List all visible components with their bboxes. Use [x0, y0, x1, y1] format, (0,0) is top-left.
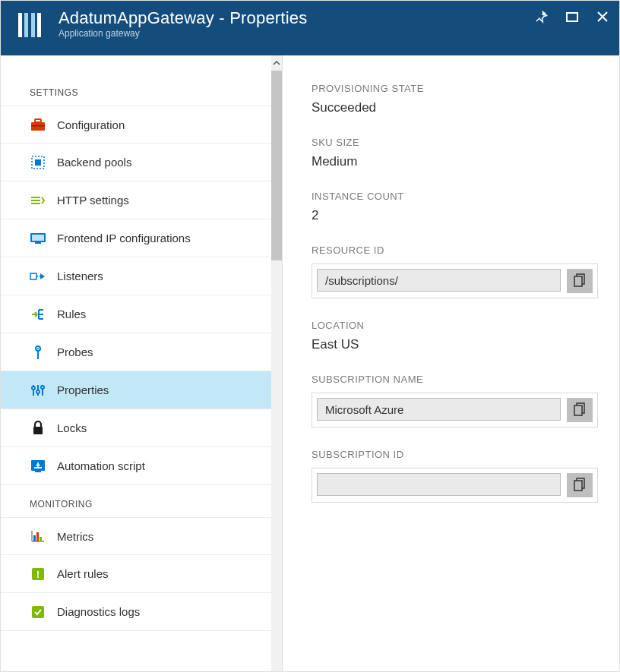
sidebar-item-label: Metrics: [57, 530, 93, 543]
pin-icon[interactable]: [534, 10, 548, 24]
sidebar-item-alert-rules[interactable]: ! Alert rules: [1, 555, 282, 593]
properties-icon: [30, 382, 46, 399]
label-location: LOCATION: [312, 320, 598, 331]
svg-rect-9: [35, 119, 41, 122]
sidebar-item-configuration[interactable]: Configuration: [1, 106, 282, 144]
scroll-thumb[interactable]: [271, 71, 282, 260]
label-subscription-name: SUBSCRIPTION NAME: [312, 374, 598, 385]
copy-icon: [574, 478, 586, 494]
listener-icon: [30, 268, 46, 285]
sidebar-item-rules[interactable]: Rules: [1, 295, 282, 333]
sidebar-item-metrics[interactable]: Metrics: [1, 517, 282, 555]
sidebar-item-properties[interactable]: Properties: [1, 371, 282, 409]
resource-id-row: [312, 263, 598, 298]
svg-point-25: [41, 386, 44, 389]
subscription-id-row: [312, 468, 598, 503]
subscription-name-row: [312, 393, 598, 427]
sidebar-scrollbar[interactable]: [271, 55, 282, 671]
svg-point-4: [542, 12, 546, 16]
label-sku-size: SKU SIZE: [312, 137, 598, 148]
svg-text:!: !: [36, 569, 40, 580]
sidebar-item-label: Listeners: [57, 270, 103, 282]
sidebar-item-label: Frontend IP configurations: [57, 232, 191, 245]
sidebar-item-label: Rules: [57, 308, 86, 320]
svg-rect-0: [18, 13, 22, 37]
properties-detail-pane: PROVISIONING STATE Succeeded SKU SIZE Me…: [283, 55, 619, 671]
svg-rect-32: [33, 535, 36, 541]
maximize-icon[interactable]: [566, 11, 578, 23]
svg-rect-33: [36, 532, 39, 541]
sidebar-item-automation-script[interactable]: Automation script: [1, 447, 282, 485]
sidebar-item-diagnostics-logs[interactable]: Diagnostics logs: [1, 593, 282, 631]
svg-rect-39: [574, 276, 582, 286]
scroll-up-icon[interactable]: [271, 55, 282, 71]
value-sku-size: Medium: [312, 154, 598, 169]
svg-rect-2: [31, 13, 35, 37]
diag-icon: [30, 604, 46, 620]
probe-icon: [30, 344, 46, 361]
value-instance-count: 2: [312, 208, 598, 223]
svg-rect-14: [32, 235, 44, 241]
sidebar-item-label: Diagnostics logs: [57, 605, 140, 618]
subscription-name-input[interactable]: [317, 398, 561, 421]
copy-icon: [574, 402, 586, 418]
svg-rect-3: [37, 13, 41, 37]
alert-icon: !: [30, 566, 46, 582]
svg-rect-1: [24, 13, 28, 37]
copy-icon: [574, 273, 586, 289]
label-subscription-id: SUBSCRIPTION ID: [312, 449, 598, 460]
pool-icon: [30, 154, 46, 171]
sidebar-item-backend-pools[interactable]: Backend pools: [1, 144, 282, 181]
svg-point-18: [37, 348, 39, 349]
blade-subtitle: Application gateway: [59, 28, 534, 39]
lock-icon: [30, 420, 46, 437]
label-provisioning-state: PROVISIONING STATE: [312, 83, 598, 94]
svg-rect-10: [31, 125, 45, 127]
metrics-icon: [30, 528, 46, 544]
sidebar-item-locks[interactable]: Locks: [1, 409, 282, 447]
svg-rect-41: [574, 405, 582, 415]
rules-icon: [30, 306, 46, 323]
sidebar-item-listeners[interactable]: Listeners: [1, 257, 282, 295]
subscription-id-input[interactable]: [317, 473, 561, 496]
properties-blade: AdatumAppGateway - Properties Applicatio…: [0, 0, 620, 672]
blade-header: AdatumAppGateway - Properties Applicatio…: [1, 1, 619, 55]
sidebar-item-probes[interactable]: Probes: [1, 333, 282, 371]
toolbox-icon: [30, 116, 46, 133]
sidebar-item-label: Configuration: [57, 118, 125, 131]
blade-title: AdatumAppGateway - Properties: [59, 8, 534, 28]
svg-point-23: [32, 386, 35, 390]
script-icon: [30, 458, 46, 475]
label-instance-count: INSTANCE COUNT: [312, 191, 598, 202]
sidebar-item-label: Automation script: [57, 459, 145, 472]
copy-resource-id-button[interactable]: [567, 269, 593, 293]
svg-rect-37: [32, 606, 44, 618]
svg-rect-26: [33, 427, 43, 434]
svg-rect-34: [40, 537, 42, 541]
svg-rect-28: [35, 471, 41, 472]
section-header-settings: SETTINGS: [1, 74, 282, 106]
svg-rect-43: [574, 481, 582, 491]
frontend-icon: [30, 230, 46, 247]
svg-rect-12: [35, 159, 41, 166]
sidebar-item-http-settings[interactable]: HTTP settings: [1, 181, 282, 219]
close-icon[interactable]: [596, 11, 609, 23]
sidebar-item-label: Probes: [57, 345, 93, 358]
resource-id-input[interactable]: [317, 269, 561, 292]
sidebar-item-label: Backend pools: [57, 156, 131, 169]
sidebar-item-label: Properties: [57, 383, 109, 396]
sidebar-item-frontend-ip[interactable]: Frontend IP configurations: [1, 219, 282, 257]
svg-rect-15: [35, 242, 41, 244]
sidebar-item-label: Locks: [57, 421, 87, 434]
svg-point-24: [36, 390, 40, 393]
label-resource-id: RESOURCE ID: [312, 245, 598, 256]
sidebar-item-label: Alert rules: [57, 567, 109, 580]
settings-sidebar: SETTINGS Configuration Backend pools HTT…: [1, 55, 283, 671]
section-header-monitoring: MONITORING: [1, 485, 282, 517]
value-location: East US: [312, 337, 598, 352]
svg-rect-5: [567, 13, 577, 21]
app-gateway-icon: [11, 7, 48, 43]
copy-subscription-name-button[interactable]: [567, 398, 593, 422]
copy-subscription-id-button[interactable]: [567, 473, 593, 497]
value-provisioning-state: Succeeded: [312, 100, 598, 115]
